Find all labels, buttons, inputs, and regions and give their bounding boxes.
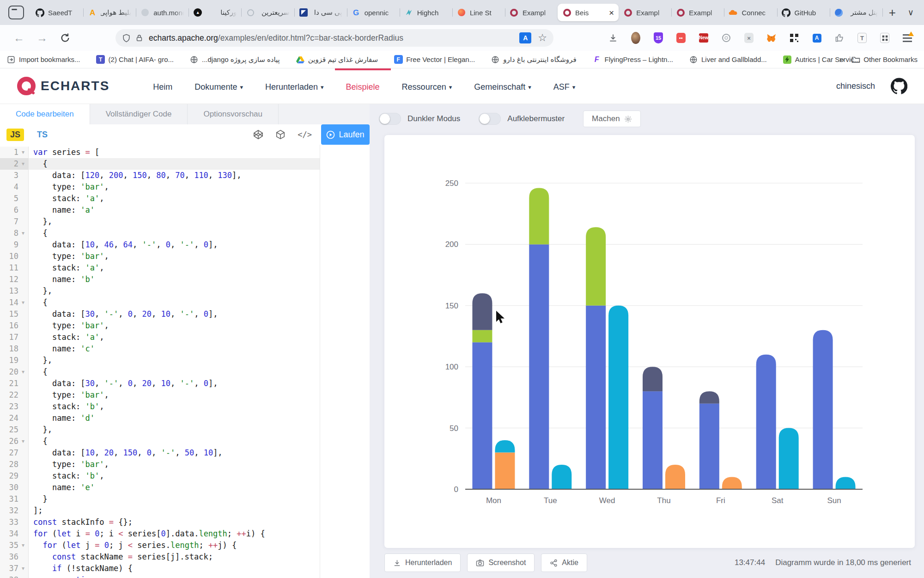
code-line[interactable]: 5 stack: 'a', <box>0 193 320 204</box>
bookmark-item[interactable]: فروشگاه اینترنتی باغ دارو <box>491 55 576 64</box>
tab-close-icon[interactable]: × <box>609 8 614 17</box>
code-line[interactable]: 12 name: 'b' <box>0 274 320 285</box>
metamask-button[interactable] <box>765 31 778 44</box>
browser-tab[interactable]: ▲ورکینا <box>188 4 241 21</box>
forward-button[interactable]: → <box>34 30 50 46</box>
run-button[interactable]: Laufen <box>321 124 370 145</box>
translate-icon[interactable]: A <box>519 32 531 43</box>
new-tab-button[interactable]: + <box>882 6 902 20</box>
other-bookmarks[interactable]: Other Bookmarks <box>851 55 918 63</box>
herunterladen-button[interactable]: Herunterladen <box>384 553 461 572</box>
bookmark-item[interactable]: FFree Vector | Elegan... <box>394 55 475 64</box>
code-line[interactable]: 10 type: 'bar', <box>0 251 320 262</box>
code-line[interactable]: 37▾ if (!stackName) { <box>0 563 320 574</box>
address-bar[interactable]: echarts.apache.org/examples/en/editor.ht… <box>116 29 553 47</box>
download-button[interactable] <box>607 31 620 44</box>
fold-caret-icon[interactable]: ▾ <box>18 297 28 308</box>
render-button[interactable]: Machen <box>583 111 640 127</box>
bookmark-item[interactable]: T(2) Chat | AIFA- gro... <box>96 55 174 64</box>
code-line[interactable]: 9 data: [10, 46, 64, '-', 0, '-', 0], <box>0 239 320 251</box>
qr-button[interactable] <box>788 31 801 44</box>
code-line[interactable]: 1▾var series = [ <box>0 147 320 158</box>
fold-caret-icon[interactable]: ▾ <box>18 436 28 447</box>
code-line[interactable]: 11 stack: 'a', <box>0 262 320 274</box>
editor-tab[interactable]: Code bearbeiten <box>0 104 90 124</box>
nav-item-asf[interactable]: ASF▾ <box>542 68 587 104</box>
screenshot-button[interactable]: Screenshot <box>467 553 535 572</box>
code-line[interactable]: 28 type: 'bar', <box>0 459 320 470</box>
browser-tab[interactable]: SaeedT <box>30 4 83 21</box>
code-line[interactable]: 31 } <box>0 493 320 505</box>
tab-list-chevron-icon[interactable]: ∨ <box>902 7 919 18</box>
echarts-logo[interactable]: ECHARTS <box>17 76 109 96</box>
editor-tab[interactable]: Vollständiger Code <box>90 104 188 124</box>
code-line[interactable]: 38 continue; <box>0 574 320 578</box>
code-line[interactable]: 16 type: 'bar', <box>0 320 320 332</box>
code-line[interactable]: 32]; <box>0 505 320 517</box>
decal-pattern-toggle[interactable] <box>479 113 501 125</box>
bar-chart[interactable]: 050100150200250MonTueWedThuFriSatSun <box>384 135 915 548</box>
bookmark-item[interactable]: سفارش غذای تیم قزوین <box>296 55 378 64</box>
nav-item-ressourcen[interactable]: Ressourcen▾ <box>391 68 463 104</box>
code-line[interactable]: 13 }, <box>0 285 320 297</box>
code-line[interactable]: 26▾ { <box>0 436 320 447</box>
browser-tab[interactable]: auth.monda <box>136 4 188 21</box>
code-line[interactable]: 21 data: [30, '-', 0, 20, 10, '-', 0], <box>0 378 320 389</box>
dark-mode-toggle[interactable] <box>379 113 401 125</box>
code-line[interactable]: 17 stack: 'a', <box>0 332 320 343</box>
code-line[interactable]: 27 data: [10, 20, 150, 0, '-', 50, 10], <box>0 447 320 459</box>
nav-item-dokumente[interactable]: Dokumente▾ <box>183 68 254 104</box>
code-line[interactable]: 34for (let i = 0; i < series[0].data.len… <box>0 528 320 540</box>
qr-scan-button[interactable] <box>878 31 891 44</box>
bookmark-item[interactable]: Import bookmarks... <box>6 55 80 64</box>
browser-tab[interactable]: سریعترین <box>241 4 294 21</box>
browser-tab[interactable]: Gopennic <box>347 4 400 21</box>
fold-caret-icon[interactable]: ▾ <box>18 366 28 378</box>
back-button[interactable]: ← <box>11 30 27 46</box>
code-line[interactable]: 15 data: [30, '-', 0, 20, 10, '-', 0], <box>0 308 320 320</box>
idm-button[interactable]: × <box>742 31 755 44</box>
nav-item-gemeinschaft[interactable]: Gemeinschaft▾ <box>463 68 542 104</box>
code-line[interactable]: 7 }, <box>0 216 320 228</box>
bookmark-item[interactable]: FFlyingPress – Lightn... <box>592 55 673 64</box>
translate-button[interactable]: A <box>810 31 823 44</box>
code-line[interactable]: 25 }, <box>0 424 320 436</box>
browser-tab[interactable]: Exampl <box>505 4 558 21</box>
fold-caret-icon[interactable]: ▾ <box>18 158 28 170</box>
nav-item-herunterladen[interactable]: Herunterladen▾ <box>254 68 335 104</box>
code-line[interactable]: 2▾ { <box>0 158 320 170</box>
thumb-button[interactable] <box>833 31 846 44</box>
shield-15-button[interactable]: 15 <box>652 31 665 44</box>
code-line[interactable]: 3 data: [120, 200, 150, 80, 70, 110, 130… <box>0 170 320 181</box>
tab-overview-icon[interactable] <box>8 6 24 19</box>
fold-caret-icon[interactable]: ▾ <box>18 147 28 158</box>
avatar-button[interactable] <box>629 31 642 44</box>
browser-tab[interactable]: Connec <box>724 4 777 21</box>
bookmarks-overflow-icon[interactable]: » <box>839 54 843 65</box>
code-line[interactable]: 6 name: 'a' <box>0 204 320 216</box>
code-line[interactable]: 23 stack: 'b', <box>0 401 320 412</box>
browser-tab[interactable]: Line St <box>452 4 505 21</box>
code-line[interactable]: 24 name: 'd' <box>0 412 320 424</box>
code-line[interactable]: 33const stackInfo = {}; <box>0 517 320 528</box>
code-area[interactable]: 1▾var series = [2▾ {3 data: [120, 200, 1… <box>0 145 370 578</box>
bookmark-star-icon[interactable]: ☆ <box>538 32 547 44</box>
aktie-button[interactable]: Aktie <box>541 553 587 572</box>
browser-tab[interactable]: Aبلیط هواپی <box>83 4 136 21</box>
browser-tab[interactable]: Exampl <box>619 4 671 21</box>
js-toggle[interactable]: JS <box>6 129 24 141</box>
editor-tab[interactable]: Optionsvorschau <box>188 104 279 124</box>
text-tool-button[interactable]: T <box>856 31 869 44</box>
reload-button[interactable] <box>57 30 73 46</box>
codesandbox-icon[interactable] <box>275 129 286 140</box>
code-line[interactable]: 36 const stackName = series[j].stack; <box>0 551 320 563</box>
ts-toggle[interactable]: TS <box>37 130 48 140</box>
code-line[interactable]: 18 name: 'c' <box>0 343 320 355</box>
adblock-red-button[interactable]: ▪▪ <box>675 31 687 44</box>
onion-button[interactable] <box>720 31 733 44</box>
browser-tab[interactable]: پنل مشتر <box>830 4 882 21</box>
code-line[interactable]: 35▾ for (let j = 0; j < series.length; +… <box>0 540 320 551</box>
nav-item-heim[interactable]: Heim <box>142 68 183 104</box>
fold-caret-icon[interactable]: ▾ <box>18 228 28 239</box>
code-icon[interactable]: </> <box>298 130 312 139</box>
